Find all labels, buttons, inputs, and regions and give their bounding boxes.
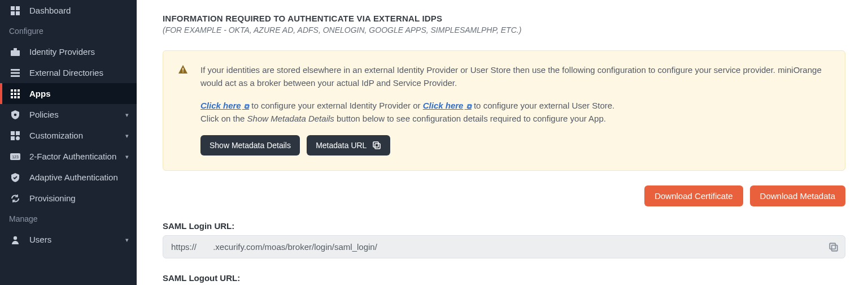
link-text: Click here <box>423 101 464 110</box>
download-certificate-button[interactable]: Download Certificate <box>644 185 743 206</box>
sidebar-section-manage: Manage <box>0 209 137 229</box>
sidebar-item-label: Dashboard <box>29 6 71 15</box>
sidebar-item-dashboard[interactable]: Dashboard <box>0 0 137 21</box>
sidebar-item-provisioning[interactable]: Provisioning <box>0 188 137 209</box>
saml-login-url-box <box>163 235 845 258</box>
svg-rect-31 <box>830 243 835 249</box>
sidebar-item-label: Policies <box>29 110 59 119</box>
svg-rect-14 <box>18 93 20 95</box>
sidebar-item-label: 2-Factor Authentication <box>29 152 116 161</box>
main-content: INFORMATION REQUIRED TO AUTHENTICATE VIA… <box>137 0 868 285</box>
svg-rect-30 <box>832 245 838 251</box>
dashboard-icon <box>9 6 21 15</box>
sidebar-item-label: External Directories <box>29 68 103 77</box>
chevron-down-icon: ▾ <box>125 153 129 160</box>
svg-point-22 <box>16 136 20 140</box>
svg-point-25 <box>14 236 17 239</box>
chevron-down-icon: ▾ <box>125 111 129 118</box>
chevron-down-icon: ▾ <box>125 132 129 139</box>
svg-rect-8 <box>11 75 20 77</box>
link-text: Click here <box>200 101 241 110</box>
sidebar-item-policies[interactable]: Policies ▾ <box>0 104 137 125</box>
svg-text:123: 123 <box>12 155 19 159</box>
svg-rect-9 <box>11 89 13 92</box>
sidebar-item-adaptive-auth[interactable]: Adaptive Authentication <box>0 167 137 188</box>
alert-buttons: Show Metadata Details Metadata URL <box>200 125 830 156</box>
list-icon <box>9 69 21 77</box>
svg-rect-4 <box>11 50 20 56</box>
svg-rect-28 <box>375 144 380 149</box>
sidebar-item-label: Customization <box>29 131 83 140</box>
svg-rect-20 <box>16 131 20 135</box>
alert-text-fragment: to configure your external Identity Prov… <box>249 101 423 110</box>
user-icon <box>9 235 21 244</box>
section-subtitle: (FOR EXAMPLE - OKTA, AZURE AD, ADFS, ONE… <box>163 25 845 34</box>
alert-text-fragment: button below to see configuration detail… <box>334 114 606 123</box>
puzzle-icon <box>9 131 21 140</box>
saml-login-url-label: SAML Login URL: <box>163 221 845 231</box>
svg-rect-19 <box>11 131 15 135</box>
svg-point-18 <box>14 113 17 116</box>
svg-rect-7 <box>11 72 20 74</box>
sidebar-item-label: Provisioning <box>29 193 76 203</box>
sidebar-section-configure: Configure <box>0 21 137 41</box>
external-link-icon: ⧉ <box>242 102 249 110</box>
sidebar-item-identity-providers[interactable]: Identity Providers <box>0 41 137 62</box>
svg-rect-10 <box>14 89 16 92</box>
svg-rect-1 <box>16 6 20 10</box>
chevron-down-icon: ▾ <box>125 236 129 243</box>
sidebar-item-label: Apps <box>29 89 51 98</box>
download-metadata-button[interactable]: Download Metadata <box>750 185 845 206</box>
svg-rect-11 <box>18 89 20 92</box>
external-link-icon: ⧉ <box>464 102 471 110</box>
sidebar-item-customization[interactable]: Customization ▾ <box>0 125 137 146</box>
svg-rect-5 <box>14 48 17 50</box>
button-label: Metadata URL <box>316 141 367 150</box>
briefcase-icon <box>9 48 21 56</box>
alert-text-fragment: Click on the <box>200 114 247 123</box>
configure-userstore-link[interactable]: Click here ⧉ <box>423 101 472 110</box>
sidebar-item-label: Adaptive Authentication <box>29 172 118 182</box>
alert-text-intro: If your identities are stored elsewhere … <box>200 63 830 90</box>
svg-rect-0 <box>11 6 15 10</box>
alert-text-fragment: to configure your external User Store. <box>472 101 614 110</box>
sidebar-item-two-factor[interactable]: 123 2-Factor Authentication ▾ <box>0 146 137 167</box>
svg-rect-2 <box>11 11 15 15</box>
button-label: Show Metadata Details <box>210 141 291 150</box>
sidebar-item-apps[interactable]: Apps <box>0 83 137 104</box>
download-actions: Download Certificate Download Metadata <box>163 185 845 206</box>
svg-rect-17 <box>18 96 20 98</box>
copy-icon[interactable] <box>828 242 839 252</box>
sidebar-item-label: Identity Providers <box>29 47 95 57</box>
sidebar-item-users[interactable]: Users ▾ <box>0 229 137 250</box>
sidebar-item-label: Users <box>29 235 51 244</box>
svg-rect-29 <box>373 142 378 147</box>
warning-icon <box>178 63 188 156</box>
copy-icon <box>372 141 381 150</box>
svg-rect-16 <box>14 96 16 98</box>
show-metadata-emphasis: Show Metadata Details <box>247 114 334 123</box>
keypad-icon: 123 <box>9 153 21 160</box>
shield-gear-icon <box>9 110 21 119</box>
svg-rect-15 <box>11 96 13 98</box>
section-title: INFORMATION REQUIRED TO AUTHENTICATE VIA… <box>163 14 845 23</box>
sync-icon <box>9 194 21 203</box>
show-metadata-button[interactable]: Show Metadata Details <box>200 135 300 156</box>
sidebar: Dashboard Configure Identity Providers E… <box>0 0 137 285</box>
saml-login-url-input[interactable] <box>163 235 845 258</box>
svg-rect-26 <box>182 68 184 71</box>
apps-grid-icon <box>9 89 21 98</box>
shield-check-icon <box>9 173 21 182</box>
sidebar-item-external-directories[interactable]: External Directories <box>0 62 137 83</box>
svg-rect-27 <box>182 71 184 72</box>
svg-rect-21 <box>11 136 15 140</box>
alert-body: If your identities are stored elsewhere … <box>200 63 830 156</box>
configure-idp-link[interactable]: Click here ⧉ <box>200 101 249 110</box>
saml-logout-url-label: SAML Logout URL: <box>163 273 845 283</box>
svg-rect-3 <box>16 11 20 15</box>
svg-rect-13 <box>14 93 16 95</box>
info-alert: If your identities are stored elsewhere … <box>163 50 845 171</box>
svg-rect-12 <box>11 93 13 95</box>
svg-rect-6 <box>11 69 20 71</box>
metadata-url-button[interactable]: Metadata URL <box>307 135 390 156</box>
